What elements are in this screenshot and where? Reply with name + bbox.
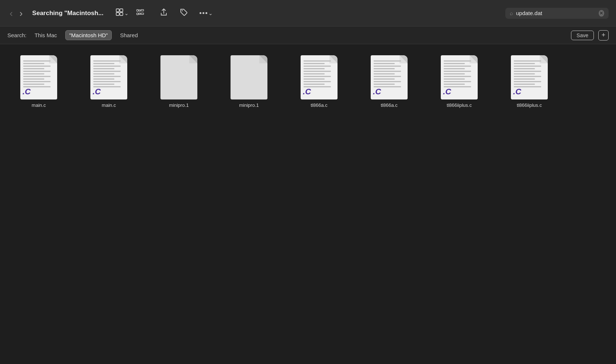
file-content-lines (23, 60, 53, 89)
svg-rect-2 (116, 13, 119, 15)
view-chevron-icon: ⌄ (124, 10, 129, 16)
icon-view-button[interactable]: ⌄ (113, 7, 132, 20)
forward-button[interactable]: › (17, 7, 25, 20)
window-title: Searching "Macintosh... (32, 10, 103, 17)
scope-macintosh-hd-button[interactable]: "Macintosh HD" (65, 30, 112, 40)
file-item[interactable]: C tl866a.c (365, 55, 413, 109)
tag-icon (180, 8, 188, 18)
nav-buttons: ‹ › (7, 7, 25, 20)
svg-rect-8 (141, 10, 143, 11)
svg-rect-1 (120, 9, 123, 12)
file-name: minipro.1 (169, 102, 188, 109)
c-file-badge: C (373, 87, 381, 97)
search-label: Search: (7, 32, 27, 38)
svg-rect-6 (139, 10, 140, 11)
file-item[interactable]: C tl866a.c (295, 55, 343, 109)
view-controls: ⌄ (113, 7, 147, 20)
svg-rect-9 (141, 13, 143, 14)
list-view-button[interactable] (133, 7, 147, 20)
share-button[interactable] (157, 7, 171, 20)
tag-button[interactable] (177, 7, 191, 20)
grid-icon (115, 8, 124, 18)
toolbar: ‹ › Searching "Macintosh... ⌄ (0, 0, 616, 27)
more-chevron-icon: ⌄ (208, 10, 213, 16)
share-icon (160, 8, 168, 18)
file-icon: C (511, 55, 548, 99)
file-content-lines (374, 60, 404, 89)
file-icon: C (301, 55, 338, 99)
file-name: main.c (102, 102, 116, 109)
file-name: tl866a.c (381, 102, 398, 109)
file-icon: C (371, 55, 408, 99)
file-icon: C (441, 55, 478, 99)
scope-this-mac-button[interactable]: This Mac (31, 31, 61, 40)
file-item[interactable]: C main.c (15, 55, 63, 109)
clear-search-button[interactable]: ✕ (599, 10, 604, 17)
file-item[interactable]: minipro.1 (225, 55, 273, 109)
c-file-badge: C (303, 87, 311, 97)
list-icon (136, 8, 144, 18)
c-file-badge: C (23, 87, 31, 97)
back-button[interactable]: ‹ (7, 7, 15, 20)
file-name: tl866iiplus.c (447, 102, 472, 109)
file-content-lines (304, 60, 334, 89)
scope-shared-button[interactable]: Shared (116, 31, 141, 40)
svg-rect-0 (116, 9, 119, 12)
svg-rect-7 (139, 13, 140, 14)
svg-rect-3 (120, 13, 123, 15)
c-file-badge: C (443, 87, 451, 97)
file-item[interactable]: C tl866iiplus.c (505, 55, 553, 109)
file-icon (231, 55, 267, 99)
back-icon: ‹ (10, 8, 13, 19)
svg-rect-4 (136, 10, 138, 11)
file-content-lines (93, 60, 124, 89)
file-content-lines (444, 60, 474, 89)
file-name: main.c (32, 102, 46, 109)
search-scope-row: Search: This Mac "Macintosh HD" Shared S… (0, 27, 616, 44)
search-icon: ⌕ (510, 10, 513, 16)
file-name: tl866iiplus.c (517, 102, 542, 109)
file-icon: C (90, 55, 127, 99)
svg-point-10 (181, 10, 183, 11)
c-file-badge: C (513, 87, 521, 97)
file-item[interactable]: C tl866iiplus.c (435, 55, 483, 109)
file-item[interactable]: C main.c (85, 55, 133, 109)
c-file-badge: C (93, 87, 101, 97)
add-button[interactable]: + (598, 30, 609, 41)
file-icon: C (20, 55, 57, 99)
svg-rect-5 (136, 13, 138, 15)
file-icon (160, 55, 197, 99)
file-item[interactable]: minipro.1 (155, 55, 203, 109)
save-button[interactable]: Save (571, 31, 594, 40)
file-grid: C main.c (0, 44, 616, 120)
file-name: minipro.1 (239, 102, 259, 109)
file-content-lines (514, 60, 544, 89)
file-name: tl866a.c (311, 102, 328, 109)
more-icon (200, 12, 207, 14)
more-button[interactable]: ⌄ (197, 9, 216, 18)
forward-icon: › (20, 8, 23, 19)
search-bar: ⌕ ✕ (505, 8, 609, 19)
search-input[interactable] (516, 10, 596, 16)
